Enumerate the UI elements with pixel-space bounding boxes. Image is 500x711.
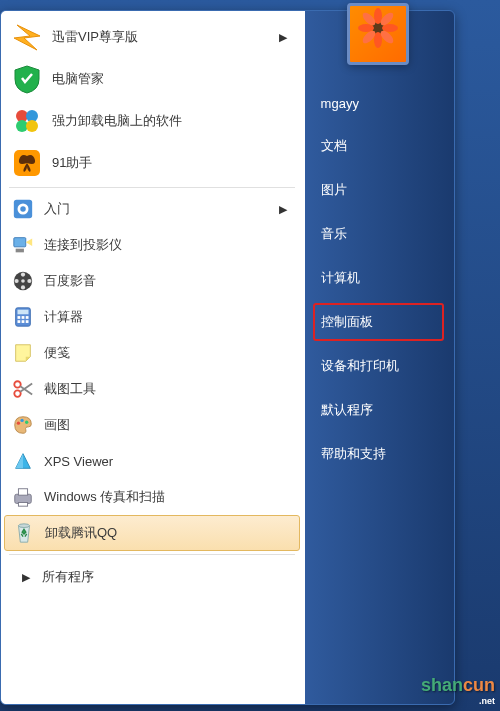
arrow-right-icon: ▶ <box>22 571 30 584</box>
menu-item-pc-manager[interactable]: 电脑管家 <box>4 58 300 100</box>
getting-started-icon <box>12 198 34 220</box>
svg-rect-8 <box>14 238 26 247</box>
start-menu: 迅雷VIP尊享版 ▶ 电脑管家 强力卸载电脑上的软件 91助手 <box>0 10 455 705</box>
right-item-username[interactable]: mgayy <box>313 86 444 121</box>
uninstall-tool-icon <box>12 106 42 136</box>
menu-item-projector[interactable]: 连接到投影仪 <box>4 227 300 263</box>
svg-rect-19 <box>22 316 25 319</box>
svg-point-34 <box>374 8 382 24</box>
svg-point-14 <box>14 279 18 283</box>
watermark: shancun .net <box>421 675 495 706</box>
svg-rect-17 <box>18 310 29 315</box>
arrow-right-icon: ▶ <box>279 31 287 44</box>
menu-label: 迅雷VIP尊享版 <box>52 28 279 46</box>
watermark-part1: shan <box>421 675 463 695</box>
svg-point-36 <box>358 24 374 32</box>
menu-label: 百度影音 <box>44 272 292 290</box>
film-reel-icon <box>12 270 34 292</box>
watermark-sub: .net <box>421 696 495 706</box>
right-item-pictures[interactable]: 图片 <box>313 171 444 209</box>
svg-point-28 <box>25 421 28 424</box>
sticky-note-icon <box>12 342 34 364</box>
svg-point-35 <box>374 32 382 48</box>
menu-label: 电脑管家 <box>52 70 292 88</box>
menu-label: 连接到投影仪 <box>44 236 292 254</box>
svg-rect-21 <box>18 320 21 323</box>
scissors-icon <box>12 378 34 400</box>
right-item-computer[interactable]: 计算机 <box>313 259 444 297</box>
menu-item-xunlei[interactable]: 迅雷VIP尊享版 ▶ <box>4 16 300 58</box>
menu-label: 91助手 <box>52 154 292 172</box>
menu-label: 计算器 <box>44 308 292 326</box>
menu-item-uninstall-tool[interactable]: 强力卸载电脑上的软件 <box>4 100 300 142</box>
xps-icon <box>12 450 34 472</box>
menu-item-sticky-notes[interactable]: 便笺 <box>4 335 300 371</box>
user-picture[interactable] <box>347 3 409 65</box>
right-item-music[interactable]: 音乐 <box>313 215 444 253</box>
xunlei-icon <box>12 22 42 52</box>
svg-rect-30 <box>18 489 27 495</box>
menu-label: 入门 <box>44 200 279 218</box>
projector-icon <box>12 234 34 256</box>
right-item-help-support[interactable]: 帮助和支持 <box>313 435 444 473</box>
menu-item-uninstall-qq[interactable]: 卸载腾讯QQ <box>4 515 300 551</box>
svg-point-11 <box>21 272 25 276</box>
arrow-right-icon: ▶ <box>279 203 287 216</box>
shield-icon <box>12 64 42 94</box>
right-panel: mgayy 文档 图片 音乐 计算机 控制面板 设备和打印机 默认程序 帮助和支… <box>303 11 454 704</box>
watermark-part2: cun <box>463 675 495 695</box>
separator <box>9 187 295 188</box>
right-item-documents[interactable]: 文档 <box>313 127 444 165</box>
menu-label: 卸载腾讯QQ <box>45 524 291 542</box>
menu-item-fax-scan[interactable]: Windows 传真和扫描 <box>4 479 300 515</box>
svg-point-15 <box>21 279 25 283</box>
svg-rect-23 <box>26 320 29 323</box>
all-programs[interactable]: ▶ 所有程序 <box>4 560 300 594</box>
menu-label: Windows 传真和扫描 <box>44 488 292 506</box>
menu-item-snipping[interactable]: 截图工具 <box>4 371 300 407</box>
menu-item-getting-started[interactable]: 入门 ▶ <box>4 191 300 227</box>
svg-rect-9 <box>16 249 24 253</box>
right-item-default-programs[interactable]: 默认程序 <box>313 391 444 429</box>
menu-item-baidu-player[interactable]: 百度影音 <box>4 263 300 299</box>
menu-label: 画图 <box>44 416 292 434</box>
palette-icon <box>12 414 34 436</box>
svg-point-26 <box>17 422 20 425</box>
svg-point-13 <box>21 285 25 289</box>
svg-rect-20 <box>26 316 29 319</box>
calculator-icon <box>12 306 34 328</box>
svg-point-32 <box>19 524 30 528</box>
menu-item-91-assistant[interactable]: 91助手 <box>4 142 300 184</box>
recycle-bin-icon <box>13 522 35 544</box>
right-item-devices-printers[interactable]: 设备和打印机 <box>313 347 444 385</box>
menu-item-paint[interactable]: 画图 <box>4 407 300 443</box>
svg-point-7 <box>20 206 26 212</box>
menu-label: 便笺 <box>44 344 292 362</box>
fax-icon <box>12 486 34 508</box>
separator <box>9 554 295 555</box>
menu-label: XPS Viewer <box>44 454 292 469</box>
svg-point-3 <box>26 120 38 132</box>
menu-item-calculator[interactable]: 计算器 <box>4 299 300 335</box>
svg-point-12 <box>27 279 31 283</box>
flower-icon <box>358 8 398 48</box>
svg-point-25 <box>14 390 20 396</box>
menu-label: 强力卸载电脑上的软件 <box>52 112 292 130</box>
svg-point-27 <box>20 419 23 422</box>
svg-rect-18 <box>18 316 21 319</box>
svg-point-24 <box>14 381 20 387</box>
svg-rect-22 <box>22 320 25 323</box>
svg-point-37 <box>382 24 398 32</box>
svg-rect-31 <box>18 503 27 507</box>
butterfly-icon <box>12 148 42 178</box>
all-programs-label: 所有程序 <box>42 568 292 586</box>
left-panel: 迅雷VIP尊享版 ▶ 电脑管家 强力卸载电脑上的软件 91助手 <box>1 11 303 704</box>
menu-item-xps[interactable]: XPS Viewer <box>4 443 300 479</box>
right-item-control-panel[interactable]: 控制面板 <box>313 303 444 341</box>
menu-label: 截图工具 <box>44 380 292 398</box>
